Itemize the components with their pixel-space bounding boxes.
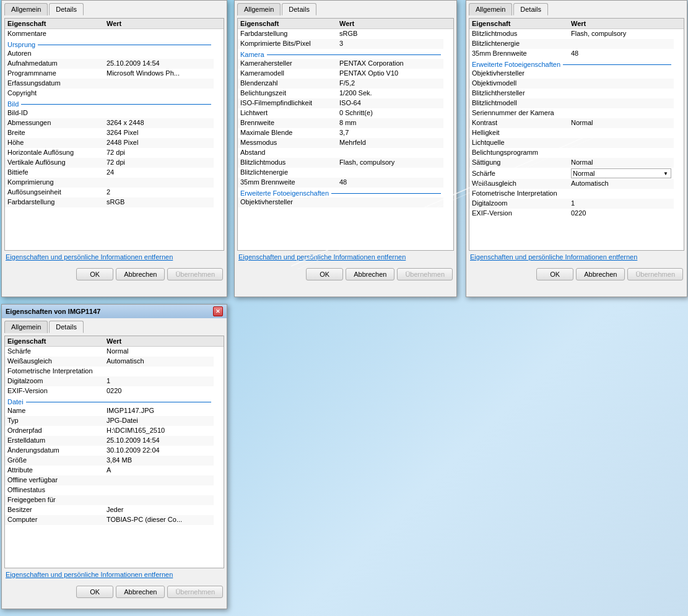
dialog1-props: Eigenschaft Wert Kommentare Ursprung Aut… bbox=[4, 18, 224, 251]
cancel-button-2[interactable]: Abbrechen bbox=[346, 268, 394, 280]
prop2-blitzlichtmodus: Blitzlichtmodus Flash, compulsory bbox=[238, 158, 443, 168]
ok-button-3[interactable]: OK bbox=[536, 268, 573, 280]
tab-allgemein-2[interactable]: Allgemein bbox=[237, 3, 281, 15]
dialog4-titlebar: Eigenschaften von IMGP1147 ✕ bbox=[2, 305, 227, 318]
ok-button-4[interactable]: OK bbox=[76, 586, 113, 598]
prop2-abstand: Abstand bbox=[238, 148, 443, 158]
prop4-groesse: Größe 3,84 MB bbox=[5, 456, 214, 466]
prop-aufloesung-einheit: Auflösungseinheit 2 bbox=[5, 188, 214, 197]
apply-button-3[interactable]: Übernehmen bbox=[627, 268, 683, 280]
dialog2-header: Eigenschaft Wert bbox=[238, 19, 453, 29]
prop3-blitzlichthersteller: Blitzlichthersteller bbox=[469, 89, 674, 98]
cancel-button-1[interactable]: Abbrechen bbox=[116, 268, 165, 280]
prop2-blitzlichtenergie: Blitzlichtenergie bbox=[238, 168, 443, 178]
prop2-messmodus: Messmodus Mehrfeld bbox=[238, 138, 443, 148]
dialog1: Allgemein Details Eigenschaft Wert Komme… bbox=[1, 0, 227, 297]
dialog4-header: Eigenschaft Wert bbox=[5, 336, 224, 347]
section-datei: Datei bbox=[5, 396, 214, 406]
prop4-attribute: Attribute A bbox=[5, 466, 214, 475]
prop3-blitzlichtenergie: Blitzlichtenergie bbox=[469, 39, 674, 49]
schaerfe-dropdown[interactable]: Normal ▼ bbox=[571, 168, 671, 178]
prop4-freigegeben: Freigegeben für bbox=[5, 495, 214, 505]
prop3-kontrast: Kontrast Normal bbox=[469, 118, 674, 128]
dialog3-col1-header: Eigenschaft bbox=[472, 20, 571, 27]
prop4-fotometrie: Fotometrische Interpretation bbox=[5, 367, 214, 376]
prop-bild-id: Bild-ID bbox=[5, 108, 214, 118]
dialog3-tabs: Allgemein Details bbox=[466, 1, 687, 15]
prop-abmessungen: Abmessungen 3264 x 2448 bbox=[5, 118, 214, 128]
dialog1-content: Eigenschaft Wert Kommentare Ursprung Aut… bbox=[2, 15, 227, 266]
tab-details-2[interactable]: Details bbox=[282, 3, 316, 15]
tab-details-3[interactable]: Details bbox=[513, 3, 548, 15]
prop4-besitzer: Besitzer Jeder bbox=[5, 505, 214, 515]
apply-button-1[interactable]: Übernehmen bbox=[167, 268, 223, 280]
tab-allgemein-1[interactable]: Allgemein bbox=[4, 3, 48, 15]
remove-link-4[interactable]: Eigenschaften und persönliche Informatio… bbox=[4, 568, 224, 581]
prop2-belichtung: Belichtungszeit 1/200 Sek. bbox=[238, 89, 443, 98]
dialog4-title: Eigenschaften von IMGP1147 bbox=[6, 308, 100, 315]
ok-button-1[interactable]: OK bbox=[76, 268, 113, 280]
dialog2-body[interactable]: Farbdarstellung sRGB Komprimierte Bits/P… bbox=[238, 29, 453, 246]
tab-details-4[interactable]: Details bbox=[49, 321, 84, 333]
prop-komprimierung: Komprimierung bbox=[5, 178, 214, 188]
tab-allgemein-3[interactable]: Allgemein bbox=[469, 3, 512, 15]
dialog4-buttons: OK Abbrechen Übernehmen bbox=[2, 583, 227, 601]
dialog1-col1-header: Eigenschaft bbox=[7, 20, 107, 27]
cancel-button-3[interactable]: Abbrechen bbox=[576, 268, 625, 280]
prop3-schaerfe[interactable]: Schärfe Normal ▼ bbox=[469, 168, 674, 179]
dialog4-col2-header: Wert bbox=[107, 337, 221, 345]
dialog2-buttons: OK Abbrechen Übernehmen bbox=[235, 266, 456, 283]
dialog3-props: Eigenschaft Wert Blitzlichtmodus Flash, … bbox=[469, 18, 684, 251]
dialog1-body[interactable]: Kommentare Ursprung Autoren Aufnahmedatu… bbox=[5, 29, 224, 246]
dialog2-col2-header: Wert bbox=[339, 20, 451, 27]
prop-v-aufloesung: Vertikale Auflösung 72 dpi bbox=[5, 158, 214, 168]
section-erweitert-3: Erweiterte Fotoeigenschaften bbox=[469, 59, 674, 69]
prop4-typ: Typ JPG-Datei bbox=[5, 416, 214, 426]
apply-button-4[interactable]: Übernehmen bbox=[167, 586, 223, 598]
prop-h-aufloesung: Horizontale Auflösung 72 dpi bbox=[5, 148, 214, 158]
dialog1-tabs: Allgemein Details bbox=[2, 1, 227, 15]
dialog4-body[interactable]: Schärfe Normal Weißausgleich Automatisch… bbox=[5, 347, 224, 563]
prop3-exif: EXIF-Version 0220 bbox=[469, 209, 674, 219]
remove-link-3[interactable]: Eigenschaften und persönliche Informatio… bbox=[469, 251, 684, 263]
prop-kommentare: Kommentare bbox=[5, 29, 214, 39]
prop3-blitzlichtmodus: Blitzlichtmodus Flash, compulsory bbox=[469, 29, 674, 39]
prop3-helligkeit: Helligkeit bbox=[469, 128, 674, 138]
remove-link-1[interactable]: Eigenschaften und persönliche Informatio… bbox=[4, 251, 224, 263]
remove-link-2[interactable]: Eigenschaften und persönliche Informatio… bbox=[237, 251, 454, 263]
prop4-offlinestatus: Offlinestatus bbox=[5, 485, 214, 495]
dialog3-col2-header: Wert bbox=[571, 20, 681, 27]
prop4-aenderungsdatum: Änderungsdatum 30.10.2009 22:04 bbox=[5, 446, 214, 456]
prop2-maxblende: Maximale Blende 3,7 bbox=[238, 128, 443, 138]
dialog4-tabs: Allgemein Details bbox=[2, 318, 227, 333]
prop4-exif: EXIF-Version 0220 bbox=[5, 386, 214, 396]
prop3-seriennummer: Seriennummer der Kamera bbox=[469, 108, 674, 118]
prop2-blende: Blendenzahl F/5,2 bbox=[238, 79, 443, 89]
cancel-button-4[interactable]: Abbrechen bbox=[116, 586, 165, 598]
prop4-digitalzoom: Digitalzoom 1 bbox=[5, 376, 214, 386]
section-ursprung: Ursprung bbox=[5, 39, 214, 49]
tab-allgemein-4[interactable]: Allgemein bbox=[4, 321, 48, 333]
prop-programmname: Programmname Microsoft Windows Ph... bbox=[5, 69, 214, 79]
ok-button-2[interactable]: OK bbox=[306, 268, 343, 280]
tab-details-1[interactable]: Details bbox=[49, 3, 84, 15]
prop2-hersteller: Kamerahersteller PENTAX Corporation bbox=[238, 59, 443, 69]
prop2-35mm: 35mm Brennweite 48 bbox=[238, 178, 443, 188]
dialog2-content: Eigenschaft Wert Farbdarstellung sRGB Ko… bbox=[235, 15, 456, 266]
prop2-lichtwert: Lichtwert 0 Schritt(e) bbox=[238, 108, 443, 118]
prop2-brennweite: Brennweite 8 mm bbox=[238, 118, 443, 128]
dialog1-col2-header: Wert bbox=[107, 20, 221, 27]
dialog2-tabs: Allgemein Details bbox=[235, 1, 456, 15]
prop4-erstelldatum: Erstelldatum 25.10.2009 14:54 bbox=[5, 436, 214, 446]
prop2-iso: ISO-Filmempfindlichkeit ISO-64 bbox=[238, 98, 443, 108]
prop4-ordnerpfad: Ordnerpfad H:\DCIM\165_2510 bbox=[5, 426, 214, 436]
dialog3-buttons: OK Abbrechen Übernehmen bbox=[466, 266, 687, 283]
dialog4-close-button[interactable]: ✕ bbox=[213, 306, 223, 316]
dialog1-header: Eigenschaft Wert bbox=[5, 19, 224, 29]
dialog3-body[interactable]: Blitzlichtmodus Flash, compulsory Blitzl… bbox=[469, 29, 684, 246]
apply-button-2[interactable]: Übernehmen bbox=[397, 268, 453, 280]
prop3-objhersteller: Objektivhersteller bbox=[469, 69, 674, 79]
dialog4-content: Eigenschaft Wert Schärfe Normal Weißausg… bbox=[2, 333, 227, 583]
prop-copyright: Copyright bbox=[5, 89, 214, 98]
prop3-saettigung: Sättigung Normal bbox=[469, 158, 674, 168]
